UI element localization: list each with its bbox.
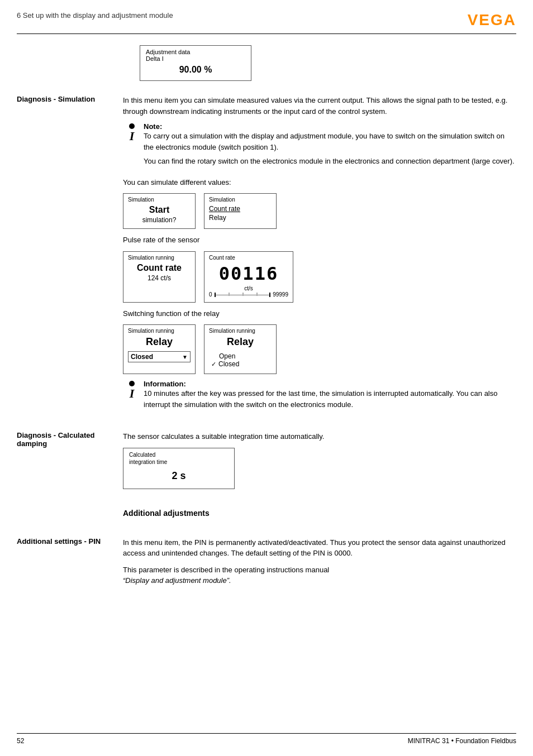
additional-adjustments-title: Additional adjustments	[123, 509, 516, 518]
additional-settings-pin-text2b: “Display and adjustment module”.	[123, 576, 231, 585]
adj-title-line1: Adjustment data	[146, 49, 245, 55]
info-content: Information: 10 minutes after the key wa…	[144, 380, 516, 413]
pulse-rate-label: Pulse rate of the sensor	[123, 235, 516, 246]
sim-box1-main: Start	[128, 205, 191, 215]
additional-adjustments-row: Additional adjustments	[17, 509, 516, 526]
adj-value: 90.00 %	[146, 65, 245, 75]
diagnosis-calculated-section: Diagnosis - Calculated damping The senso…	[17, 431, 516, 497]
diagnosis-simulation-desc: In this menu item you can simulate measu…	[123, 95, 516, 117]
count-min: 0	[209, 291, 212, 298]
additional-settings-pin-section: Additional settings - PIN In this menu i…	[17, 537, 516, 592]
diagnosis-calculated-label1: Diagnosis - Calculated	[17, 431, 94, 439]
additional-settings-pin-text2a: This parameter is described in the opera…	[123, 566, 329, 574]
sim-box2-line1: Count rate	[209, 205, 272, 213]
diagnosis-calculated-content: The sensor calculates a suitable integra…	[123, 431, 516, 497]
adjustment-data-box: Adjustment data Delta I 90.00 %	[140, 45, 251, 81]
simulation-boxes-row1: Simulation Start simulation? Simulation …	[123, 193, 516, 229]
page-footer: 52 MINITRAC 31 • Foundation Fieldbus	[17, 733, 516, 745]
note-content: Note: To carry out a simulation with the…	[144, 122, 516, 170]
relay-option-open-label: Open	[219, 352, 235, 360]
count-max: 99999	[273, 291, 288, 298]
relay-option-open[interactable]: Open	[211, 352, 269, 360]
relay-running2-main: Relay	[209, 336, 272, 348]
additional-settings-pin-content: In this menu item, the PIN is permanentl…	[123, 537, 516, 592]
relay-dropdown-arrow-icon: ▼	[182, 354, 188, 360]
sim-box1-title: Simulation	[128, 197, 191, 203]
information-block: I Information: 10 minutes after the key …	[123, 380, 516, 413]
diagnosis-calculated-label2: damping	[17, 439, 47, 448]
count-slider-row: 0 99999	[209, 291, 288, 298]
diagnosis-simulation-content: In this menu item you can simulate measu…	[123, 95, 516, 420]
page-number: 52	[17, 737, 24, 745]
diagnosis-simulation-section: Diagnosis - Simulation In this menu item…	[17, 95, 516, 420]
adj-title-line2: Delta I	[146, 55, 245, 62]
additional-adjustments-label-col	[17, 509, 123, 526]
switching-label: Switching function of the relay	[123, 308, 516, 319]
diagnosis-calculated-desc: The sensor calculates a suitable integra…	[123, 431, 516, 442]
diagnosis-calculated-label-col: Diagnosis - Calculated damping	[17, 431, 123, 497]
simulation-count-row: Simulation running Count rate 124 ct/s C…	[123, 251, 516, 303]
vega-logo: VEGA	[468, 11, 516, 29]
note-text1: To carry out a simulation with the displ…	[144, 131, 516, 152]
note-text2: You can find the rotary switch on the el…	[144, 156, 516, 167]
sim-running-box: Simulation running Count rate 124 ct/s	[123, 251, 196, 303]
sim-box1: Simulation Start simulation?	[123, 193, 196, 229]
count-unit: ct/s	[209, 285, 288, 291]
additional-adjustments-content: Additional adjustments	[123, 509, 516, 526]
additional-settings-pin-label: Additional settings - PIN	[17, 537, 101, 546]
relay-dropdown[interactable]: Closed ▼	[128, 351, 191, 362]
note-block: I Note: To carry out a simulation with t…	[123, 122, 516, 170]
simulate-label: You can simulate different values:	[123, 177, 516, 188]
relay-running1-title: Simulation running	[128, 328, 191, 334]
count-rate-title: Count rate	[209, 255, 288, 261]
calculated-integration-box: Calculated integration time 2 s	[123, 448, 235, 489]
calc-value: 2 s	[129, 470, 229, 482]
sim-box2-line2: Relay	[209, 214, 272, 222]
info-icon: I	[123, 381, 141, 400]
diagnosis-simulation-label: Diagnosis - Simulation	[17, 95, 95, 103]
relay-options: Open Closed	[209, 351, 272, 369]
relay-option-closed-label: Closed	[218, 360, 239, 368]
info-text: 10 minutes after the key was pressed for…	[144, 388, 516, 410]
sim-running-title: Simulation running	[128, 255, 191, 261]
count-rate-box: Count rate 00116 ct/s 0 99999	[204, 251, 293, 303]
additional-settings-pin-text1: In this menu item, the PIN is permanentl…	[123, 537, 516, 559]
calc-title2: integration time	[129, 458, 229, 466]
relay-boxes-row: Simulation running Relay Closed ▼ Simula…	[123, 324, 516, 374]
chapter-title: 6 Set up with the display and adjustment…	[17, 11, 173, 20]
relay-running1-main: Relay	[128, 336, 191, 348]
count-slider-track	[215, 294, 271, 296]
additional-settings-pin-text2: This parameter is described in the opera…	[123, 564, 516, 586]
note-i-icon: I	[130, 130, 135, 142]
additional-settings-pin-label-col: Additional settings - PIN	[17, 537, 123, 592]
sim-running-main: Count rate	[128, 263, 191, 273]
sim-box1-sub: simulation?	[128, 216, 191, 224]
relay-running2-title: Simulation running	[209, 328, 272, 334]
count-digits: 00116	[209, 263, 288, 284]
diagnosis-simulation-label-col: Diagnosis - Simulation	[17, 95, 123, 420]
info-dot	[129, 381, 135, 386]
page-header: 6 Set up with the display and adjustment…	[17, 11, 516, 34]
info-i-icon: I	[130, 387, 135, 400]
relay-dropdown-value: Closed	[131, 353, 153, 361]
sim-box2-title: Simulation	[209, 197, 272, 203]
relay-box1: Simulation running Relay Closed ▼	[123, 324, 196, 374]
product-name: MINITRAC 31 • Foundation Fieldbus	[408, 737, 516, 745]
sim-box2: Simulation Count rate Relay	[204, 193, 277, 229]
note-dot	[129, 123, 135, 129]
note-title: Note:	[144, 122, 516, 131]
info-title: Information:	[144, 380, 516, 388]
relay-option-closed[interactable]: Closed	[211, 360, 269, 368]
sim-running-sub: 124 ct/s	[128, 274, 191, 282]
calc-title1: Calculated	[129, 451, 229, 458]
relay-box2: Simulation running Relay Open Closed	[204, 324, 277, 374]
note-icon: I	[123, 123, 141, 142]
